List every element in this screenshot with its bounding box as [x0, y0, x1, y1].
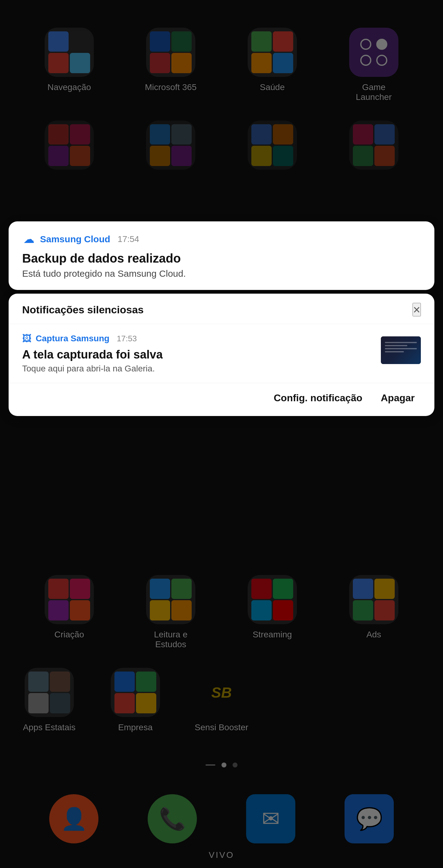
captura-header: 🖼 Captura Samsung 17:53: [22, 333, 375, 344]
notification-actions: Config. notificação Apagar: [9, 383, 434, 416]
silent-notifications-section: Notificações silenciosas × 🖼 Captura Sam…: [9, 293, 434, 416]
samsung-cloud-body: Está tudo protegido na Samsung Cloud.: [22, 269, 421, 279]
captura-title: A tela capturada foi salva: [22, 348, 375, 361]
image-icon: 🖼: [22, 333, 31, 344]
samsung-cloud-app-name: Samsung Cloud: [40, 234, 110, 244]
samsung-cloud-notification[interactable]: ☁ Samsung Cloud 17:54 Backup de dados re…: [9, 221, 434, 290]
dim-overlay: [0, 0, 443, 868]
thumb-line: [385, 342, 417, 343]
captura-thumbnail: [381, 336, 421, 364]
captura-notification[interactable]: 🖼 Captura Samsung 17:53 A tela capturada…: [9, 324, 434, 383]
thumb-line: [385, 351, 404, 352]
config-notification-button[interactable]: Config. notificação: [268, 389, 368, 407]
cloud-icon: ☁: [23, 233, 34, 246]
thumb-line: [385, 348, 417, 349]
notification-header: ☁ Samsung Cloud 17:54: [22, 232, 421, 246]
captura-body: Toque aqui para abri-la na Galeria.: [22, 364, 375, 374]
captura-time: 17:53: [117, 334, 137, 343]
samsung-cloud-icon: ☁: [22, 232, 36, 246]
captura-app-name: Captura Samsung: [36, 334, 110, 343]
samsung-cloud-title: Backup de dados realizado: [22, 251, 421, 265]
close-silent-button[interactable]: ×: [413, 303, 421, 316]
silent-section-title: Notificações silenciosas: [22, 304, 144, 316]
notifications-overlay: ☁ Samsung Cloud 17:54 Backup de dados re…: [0, 221, 443, 416]
delete-notification-button[interactable]: Apagar: [375, 389, 421, 407]
thumb-lines: [385, 342, 417, 354]
samsung-cloud-time: 17:54: [118, 234, 139, 244]
captura-left: 🖼 Captura Samsung 17:53 A tela capturada…: [22, 333, 375, 374]
thumb-line: [385, 345, 407, 346]
thumbnail-preview: [381, 336, 421, 364]
silent-header: Notificações silenciosas ×: [9, 293, 434, 324]
